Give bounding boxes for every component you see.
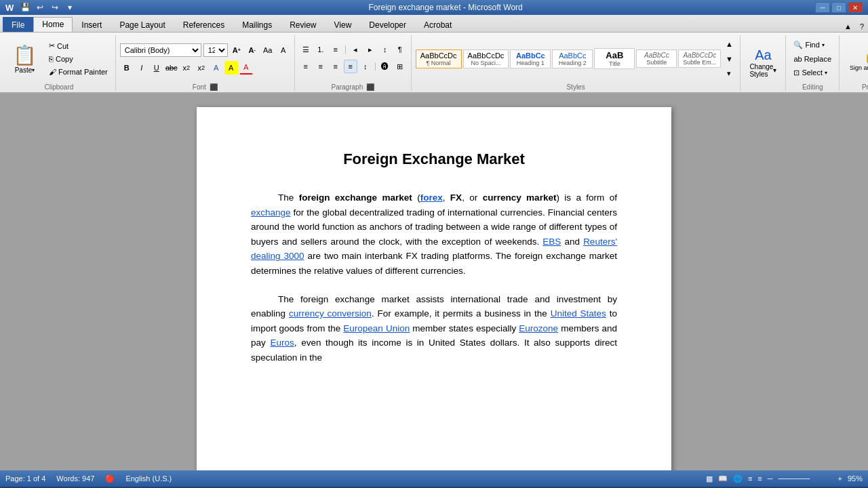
sort-btn[interactable]: ↕ xyxy=(378,43,392,56)
tab-file[interactable]: File xyxy=(3,17,33,32)
tab-insert[interactable]: Insert xyxy=(73,17,111,32)
format-painter-button[interactable]: 🖌 Format Painter xyxy=(45,66,111,78)
underline-btn[interactable]: U xyxy=(150,61,163,75)
tab-view[interactable]: View xyxy=(326,17,361,32)
clear-format-btn[interactable]: A xyxy=(277,43,290,57)
format-painter-icon: 🖌 xyxy=(49,68,56,76)
link-reuters[interactable]: Reuters' dealing 3000 xyxy=(251,237,617,262)
justify-btn[interactable]: ≡ xyxy=(344,60,357,73)
paragraph-2: The foreign exchange market assists inte… xyxy=(251,292,617,365)
font-name-row: Calibri (Body) 12 A+ A- Aa A xyxy=(120,43,290,57)
view-normal-btn[interactable]: ▦ xyxy=(706,474,713,483)
tab-references[interactable]: References xyxy=(174,17,233,32)
link-currency-conversion[interactable]: currency conversion xyxy=(289,308,372,319)
decrease-indent-btn[interactable]: ◂ xyxy=(349,43,362,56)
style-normal[interactable]: AaBbCcDc ¶ Normal xyxy=(416,49,462,68)
line-spacing-btn[interactable]: ↕ xyxy=(359,60,372,73)
italic-btn[interactable]: I xyxy=(135,61,149,75)
font-name-select[interactable]: Calibri (Body) xyxy=(120,43,201,57)
font-color-btn[interactable]: A xyxy=(239,61,253,75)
style-heading1[interactable]: AaBbCc Heading 1 xyxy=(510,49,551,68)
font-dialog-launcher[interactable]: ⬛ xyxy=(210,83,218,91)
status-right: ▦ 📖 🌐 ≡ ≡ ─ ────── + 95% xyxy=(706,474,863,483)
font-shrink-btn[interactable]: A- xyxy=(245,43,259,57)
bold-fx: FX xyxy=(450,192,462,203)
tab-home[interactable]: Home xyxy=(33,17,73,32)
bullets-btn[interactable]: ☰ xyxy=(299,43,313,56)
link-ebs[interactable]: EBS xyxy=(542,237,561,247)
text-effects-btn[interactable]: A xyxy=(210,61,223,75)
tab-page-layout[interactable]: Page Layout xyxy=(111,17,174,32)
zoom-out-btn[interactable]: ─ xyxy=(768,474,773,483)
save-quick-btn[interactable]: 💾 xyxy=(19,1,31,14)
tab-acrobat[interactable]: Acrobat xyxy=(415,17,460,32)
numbering-btn[interactable]: 1. xyxy=(314,43,328,56)
link-united-states[interactable]: United States xyxy=(551,308,606,319)
cut-icon: ✂ xyxy=(49,41,55,50)
view-web-btn[interactable]: 🌐 xyxy=(733,474,743,483)
style-heading2[interactable]: AaBbCc Heading 2 xyxy=(552,49,593,68)
ribbon-minimize-btn[interactable]: ▲ xyxy=(840,22,856,30)
font-format-row: B I U abc x2 x2 A A A xyxy=(120,61,290,75)
strikethrough-btn[interactable]: abc xyxy=(165,61,178,75)
link-euros[interactable]: Euros xyxy=(270,338,294,348)
tab-mailings[interactable]: Mailings xyxy=(233,17,281,32)
styles-scroll-up[interactable]: ▲ xyxy=(722,37,736,51)
replace-button[interactable]: ab Replace xyxy=(790,53,835,65)
clipboard-label: Clipboard xyxy=(7,83,111,91)
align-right-btn[interactable]: ≡ xyxy=(329,60,342,73)
cut-button[interactable]: ✂ Cut xyxy=(45,39,111,52)
select-icon: ⊡ xyxy=(793,68,800,77)
style-no-spacing[interactable]: AaBbCcDc No Spaci... xyxy=(463,49,509,68)
font-size-select[interactable]: 12 xyxy=(203,43,228,57)
link-exchange[interactable]: exchange xyxy=(251,207,291,218)
change-styles-button[interactable]: Aa ChangeStyles ▾ xyxy=(745,44,781,81)
style-subtitle[interactable]: AaBbCc Subtitle xyxy=(636,49,677,68)
font-grow-btn[interactable]: A+ xyxy=(230,43,243,57)
tab-developer[interactable]: Developer xyxy=(360,17,415,32)
help-btn[interactable]: ? xyxy=(856,22,868,30)
copy-button[interactable]: ⎘ Copy xyxy=(45,53,111,65)
paste-button[interactable]: 📋 Paste ▾ xyxy=(7,35,43,82)
paste-label: Paste ▾ xyxy=(15,66,35,74)
styles-scroll-down[interactable]: ▼ xyxy=(722,52,736,66)
align-left-btn[interactable]: ≡ xyxy=(299,60,313,73)
find-replace-group: 🔍 Find▾ ab Replace ⊡ Select▾ Editing xyxy=(786,35,840,91)
subscript-btn[interactable]: x2 xyxy=(180,61,193,75)
document-page[interactable]: Foreign Exchange Market The foreign exch… xyxy=(197,107,671,470)
view-outline-btn[interactable]: ≡ xyxy=(748,474,752,483)
paragraph-label: Paragraph ⬛ xyxy=(332,83,374,91)
styles-more[interactable]: ▾ xyxy=(722,67,736,81)
quick-dropdown-btn[interactable]: ▾ xyxy=(64,1,76,14)
change-case-btn[interactable]: Aa xyxy=(261,43,275,57)
align-center-btn[interactable]: ≡ xyxy=(314,60,328,73)
find-button[interactable]: 🔍 Find▾ xyxy=(790,39,835,52)
view-draft-btn[interactable]: ≡ xyxy=(757,474,762,483)
link-eurozone[interactable]: Eurozone xyxy=(519,323,558,333)
restore-btn[interactable]: □ xyxy=(831,2,846,13)
sign-encrypt-button[interactable]: 🔒 Sign and Encrypt xyxy=(844,42,868,76)
zoom-slider[interactable]: ────── xyxy=(778,474,833,483)
tab-review[interactable]: Review xyxy=(281,17,325,32)
show-marks-btn[interactable]: ¶ xyxy=(393,43,407,56)
borders-btn[interactable]: ⊞ xyxy=(393,60,407,73)
paragraph-dialog-launcher[interactable]: ⬛ xyxy=(366,83,374,91)
superscript-btn[interactable]: x2 xyxy=(195,61,208,75)
undo-quick-btn[interactable]: ↩ xyxy=(34,1,46,14)
styles-label: Styles xyxy=(566,83,585,91)
close-btn[interactable]: ✕ xyxy=(848,2,863,13)
redo-quick-btn[interactable]: ↪ xyxy=(49,1,61,14)
link-european-union[interactable]: European Union xyxy=(343,323,410,333)
view-reading-btn[interactable]: 📖 xyxy=(718,474,728,483)
style-subtle-em[interactable]: AaBbCcDc Subtle Em... xyxy=(678,49,721,68)
highlight-btn[interactable]: A xyxy=(224,61,238,75)
multilevel-btn[interactable]: ≡ xyxy=(329,43,342,56)
link-forex[interactable]: forex xyxy=(420,192,443,203)
zoom-in-btn[interactable]: + xyxy=(838,474,842,483)
minimize-btn[interactable]: ─ xyxy=(815,2,830,13)
style-title[interactable]: AaB Title xyxy=(594,48,635,69)
select-button[interactable]: ⊡ Select▾ xyxy=(790,66,835,79)
increase-indent-btn[interactable]: ▸ xyxy=(363,43,377,56)
shading-btn[interactable]: 🅐 xyxy=(378,60,392,73)
bold-btn[interactable]: B xyxy=(120,61,134,75)
